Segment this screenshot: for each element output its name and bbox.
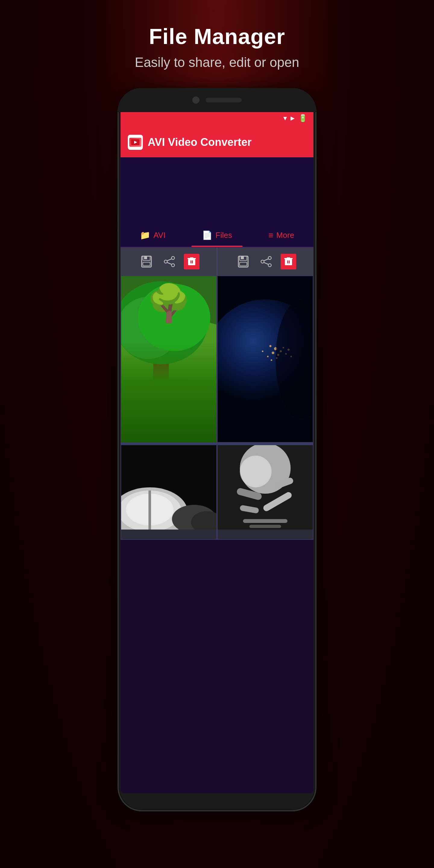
svg-point-8 [164, 260, 167, 263]
svg-rect-5 [143, 262, 150, 266]
tab-bar: 📁 AVI 📄 Files ≡ More [121, 224, 313, 248]
tab-avi-label: AVI [153, 230, 165, 240]
video-thumb-bw2 [218, 445, 313, 530]
video-thumb-bw1 [121, 445, 216, 530]
top-action-row [121, 248, 313, 276]
svg-rect-4 [144, 256, 147, 259]
svg-point-101 [240, 456, 272, 487]
app-icon [128, 135, 143, 150]
side-button[interactable] [315, 299, 316, 329]
tab-avi[interactable]: 📁 AVI [121, 224, 185, 247]
svg-line-9 [167, 259, 172, 261]
video-card-1[interactable]: BigBuckBunny.q5Pf4tEnkv 30/06/2022-11:43 [121, 276, 217, 443]
svg-rect-27 [289, 260, 290, 264]
file-info-3 [121, 530, 216, 539]
video-row-1: BigBuckBunny.q5Pf4tEnkv 30/06/2022-11:43 [121, 276, 313, 443]
phone-frame: ▾ ▶ 🔋 AVI Video Converter 📁 AVI [118, 88, 316, 811]
app-name: AVI Video Converter [148, 136, 252, 149]
file-info-4 [218, 530, 313, 539]
svg-line-23 [264, 259, 268, 261]
svg-rect-19 [240, 262, 247, 266]
save-button-top-left[interactable] [138, 253, 155, 270]
svg-point-6 [172, 256, 175, 259]
delete-button-top-left[interactable] [184, 254, 199, 270]
video-thumb-earth [218, 276, 313, 442]
svg-point-36 [138, 284, 210, 351]
phone-notch [118, 88, 316, 112]
file-info-2: avidemo.mkv 30/06/2022-11:42 [218, 442, 313, 443]
delete-button-top-right[interactable] [281, 254, 296, 270]
signal-icon: ▶ [290, 115, 295, 121]
video-thumb-bunny [121, 276, 216, 442]
svg-point-21 [268, 264, 271, 267]
svg-point-65 [272, 351, 275, 354]
wifi-icon: ▾ [283, 114, 287, 122]
svg-point-32 [121, 380, 216, 442]
svg-point-38 [121, 407, 136, 426]
svg-point-7 [172, 264, 175, 267]
svg-point-20 [268, 256, 271, 259]
phone-screen: ▾ ▶ 🔋 AVI Video Converter 📁 AVI [121, 109, 313, 793]
svg-rect-13 [192, 260, 193, 264]
tab-files[interactable]: 📄 Files [185, 224, 249, 247]
svg-point-73 [262, 350, 264, 352]
svg-rect-26 [287, 260, 288, 264]
svg-rect-12 [190, 260, 191, 264]
video-card-3[interactable] [121, 444, 217, 540]
video-row-2 [121, 444, 313, 540]
banner-area [121, 157, 313, 224]
camera-dot [192, 96, 199, 104]
tab-more-label: More [276, 230, 294, 240]
svg-line-10 [167, 262, 172, 264]
svg-point-75 [271, 359, 272, 361]
svg-line-24 [264, 262, 268, 264]
share-button-top-right[interactable] [258, 253, 275, 270]
folder-icon: 📁 [140, 230, 150, 240]
top-action-cell-right [217, 248, 313, 276]
share-button-top-left[interactable] [161, 253, 178, 270]
app-bar: AVI Video Converter [121, 127, 313, 157]
svg-point-22 [261, 260, 264, 263]
file-icon: 📄 [202, 230, 213, 240]
svg-point-68 [270, 345, 272, 347]
content-grid: BigBuckBunny.q5Pf4tEnkv 30/06/2022-11:43 [121, 248, 313, 540]
file-info-1: BigBuckBunny.q5Pf4tEnkv 30/06/2022-11:43 [121, 442, 216, 443]
save-button-top-right[interactable] [235, 253, 252, 270]
top-action-cell-left [121, 248, 217, 276]
svg-rect-25 [285, 259, 292, 265]
svg-point-37 [121, 400, 151, 423]
svg-rect-106 [243, 519, 287, 523]
video-card-2[interactable]: avidemo.mkv 30/06/2022-11:42 [217, 276, 313, 443]
svg-rect-18 [241, 256, 244, 259]
svg-point-70 [267, 355, 269, 357]
svg-rect-29 [287, 257, 290, 258]
page-title: File Manager [135, 24, 299, 49]
page-header: File Manager Easily to share, edit or op… [135, 24, 299, 70]
tab-files-label: Files [216, 230, 232, 240]
video-card-4[interactable] [217, 444, 313, 540]
svg-rect-15 [190, 257, 193, 258]
page-subtitle: Easily to share, edit or open [135, 55, 299, 70]
tab-more[interactable]: ≡ More [249, 224, 313, 247]
more-icon: ≡ [269, 230, 273, 240]
speaker-grille [206, 98, 242, 102]
svg-rect-107 [249, 525, 281, 528]
svg-point-39 [121, 406, 216, 442]
svg-rect-11 [188, 259, 195, 265]
battery-icon: 🔋 [299, 114, 307, 122]
